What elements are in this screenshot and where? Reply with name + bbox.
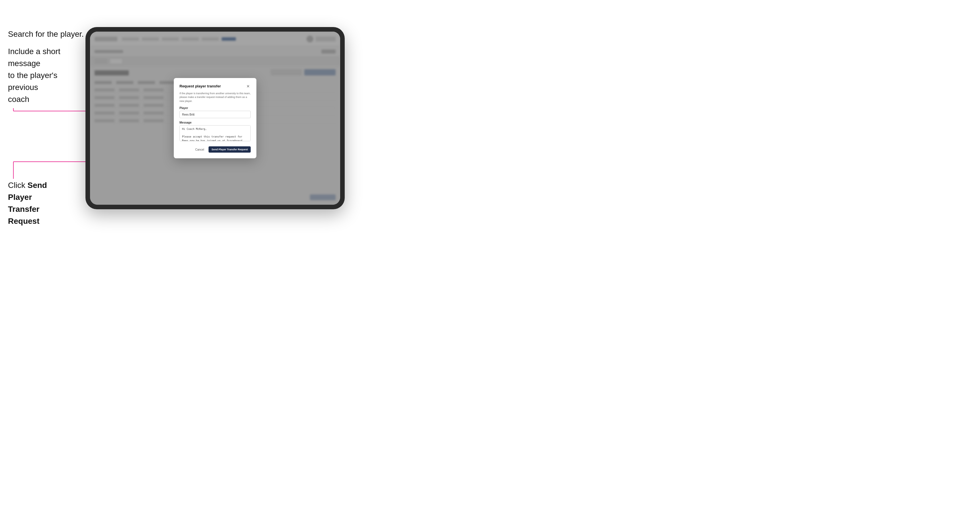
send-transfer-request-button[interactable]: Send Player Transfer Request: [208, 146, 251, 152]
player-form-group: Player: [180, 106, 251, 118]
modal-title: Request player transfer: [180, 84, 221, 88]
modal-footer: Cancel Send Player Transfer Request: [180, 146, 251, 152]
modal-header: Request player transfer ✕: [180, 84, 251, 89]
modal-close-button[interactable]: ✕: [245, 84, 251, 89]
annotation-search-text: Search for the player.: [8, 29, 84, 40]
annotation-click-text: Click Send Player Transfer Request: [8, 179, 71, 227]
message-form-group: Message Hi Coach McHarg, Please accept t…: [180, 121, 251, 142]
player-label: Player: [180, 106, 251, 110]
modal-overlay: Request player transfer ✕ If the player …: [90, 32, 340, 205]
message-textarea[interactable]: Hi Coach McHarg, Please accept this tran…: [180, 125, 251, 141]
player-input[interactable]: [180, 111, 251, 118]
request-transfer-modal: Request player transfer ✕ If the player …: [174, 78, 256, 159]
modal-description: If the player is transferring from anoth…: [180, 92, 251, 103]
cancel-button[interactable]: Cancel: [193, 147, 206, 152]
annotation-message-text: Include a short message to the player's …: [8, 46, 82, 105]
tablet-screen: Request player transfer ✕ If the player …: [90, 32, 340, 205]
tablet-device: Request player transfer ✕ If the player …: [86, 27, 345, 209]
message-label: Message: [180, 121, 251, 124]
